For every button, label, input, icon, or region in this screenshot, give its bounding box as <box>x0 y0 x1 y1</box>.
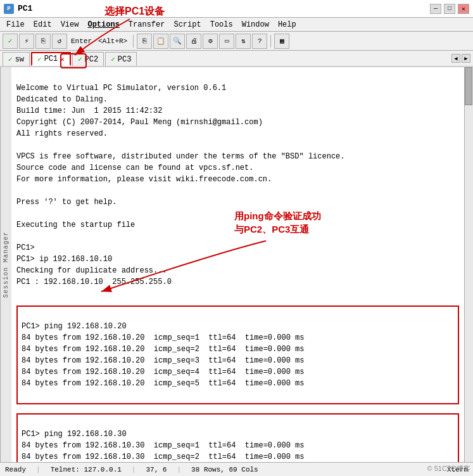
tab-prev[interactable]: ◀ <box>451 54 460 63</box>
tab-pc3-label: PC3 <box>118 55 132 64</box>
status-position: 37, 6 <box>146 466 167 473</box>
menu-tools[interactable]: Tools <box>206 19 237 30</box>
terminal-scroll[interactable]: Welcome to Virtual PC Simulator, version… <box>11 67 464 462</box>
menu-view[interactable]: View <box>57 19 83 30</box>
menu-bar: File Edit View Options Transfer Script T… <box>0 18 473 32</box>
ping20-r1: 84 bytes from 192.168.10.20 icmp_seq=1 t… <box>22 333 304 342</box>
scrollbar-track[interactable] <box>464 67 473 462</box>
ping20-cmd: PC1> ping 192.168.10.20 <box>22 322 127 331</box>
terminal-area: Welcome to Virtual PC Simulator, version… <box>11 67 464 462</box>
session-manager-label: Session Manager <box>3 231 9 298</box>
ping20-box: PC1> ping 192.168.10.20 84 bytes from 19… <box>16 306 459 404</box>
toolbar-settings[interactable]: ⚙ <box>203 34 218 49</box>
toolbar-question[interactable]: ? <box>252 34 267 49</box>
menu-edit[interactable]: Edit <box>30 19 56 30</box>
menu-file[interactable]: File <box>3 19 28 30</box>
minimize-button[interactable]: — <box>430 4 441 14</box>
welcome-line-1: Dedicated to Daling. <box>16 95 108 104</box>
ip-prompt1: PC1> <box>16 243 35 252</box>
tab-pc2-label: PC2 <box>85 55 99 64</box>
welcome-line-3: Copyright (C) 2007-2014, Paul Meng (mirn… <box>16 118 263 127</box>
ip-cmd: PC1> ip 192.168.10.10 <box>16 255 112 264</box>
tab-pc1-check: ✓ <box>37 55 42 63</box>
ping30-box: PC1> ping 192.168.10.30 84 bytes from 19… <box>16 413 459 462</box>
tab-pc3-check: ✓ <box>111 55 115 63</box>
welcome-line-6: Source code and license can be found at … <box>16 164 253 172</box>
welcome-line-0: Welcome to Virtual PC Simulator, version… <box>16 84 226 93</box>
tab-pc3[interactable]: ✓ PC3 <box>105 52 137 66</box>
status-telnet: Telnet: 127.0.0.1 <box>51 466 122 473</box>
welcome-line-8: Press '?' to get help. <box>16 198 117 207</box>
status-bar: Ready | Telnet: 127.0.0.1 | 37, 6 | 38 R… <box>0 462 473 476</box>
welcome-line-2: Build time: Jun 1 2015 11:42:32 <box>16 106 162 115</box>
app-icon: P <box>4 4 14 14</box>
tab-pc2[interactable]: ✓ PC2 <box>72 52 104 66</box>
close-button[interactable]: ✕ <box>458 4 469 14</box>
menu-options[interactable]: Options <box>84 19 123 30</box>
ping30-cmd: PC1> ping 192.168.10.30 <box>22 430 127 439</box>
tab-pc1-close[interactable]: ✕ <box>60 55 65 63</box>
toolbar-sep1 <box>133 35 134 48</box>
status-dimensions: 38 Rows, 69 Cols <box>191 466 258 473</box>
ping30-content: PC1> ping 192.168.10.30 84 bytes from 19… <box>22 417 454 462</box>
ping20-r4: 84 bytes from 192.168.10.20 icmp_seq=4 t… <box>22 368 304 376</box>
title-bar-left: P PC1 <box>4 4 32 14</box>
toolbar-grid[interactable]: ▦ <box>274 34 289 49</box>
welcome-line-9: Executing the startup file <box>16 221 135 229</box>
content-wrapper: Welcome to Virtual PC Simulator, version… <box>11 67 473 462</box>
toolbar-lightning[interactable]: ⚡ <box>19 34 34 49</box>
title-bar: P PC1 — □ ✕ <box>0 0 473 18</box>
tab-bar: ✓ sw ✓ PC1 ✕ ✓ PC2 ✓ PC3 ◀ ▶ <box>0 51 473 67</box>
welcome-line-4: All rights reserved. <box>16 129 108 138</box>
toolbar-find[interactable]: 🔍 <box>170 34 185 49</box>
toolbar-paste[interactable]: 📋 <box>153 34 168 49</box>
maximize-button[interactable]: □ <box>444 4 455 14</box>
toolbar-shortcut: <Alt+R> <box>96 37 130 45</box>
ping20-r3: 84 bytes from 192.168.10.20 icmp_seq=3 t… <box>22 356 304 365</box>
tab-sw[interactable]: ✓ sw <box>3 52 30 66</box>
tab-nav: ◀ ▶ <box>451 54 470 63</box>
welcome-line-5: VPCS is free software, distributed under… <box>16 152 344 161</box>
tab-pc1[interactable]: ✓ PC1 ✕ <box>31 52 71 66</box>
toolbar-transfer[interactable]: ⇅ <box>236 34 251 49</box>
session-manager-sidebar: Session Manager <box>0 67 11 462</box>
toolbar-refresh[interactable]: ↺ <box>52 34 67 49</box>
tab-sw-check: ✓ <box>8 55 13 63</box>
tab-sw-label: sw <box>15 55 24 64</box>
welcome-line-7: For more information, please visit wiki.… <box>16 175 272 184</box>
ping20-r5: 84 bytes from 192.168.10.20 icmp_seq=5 t… <box>22 379 304 388</box>
toolbar-enter-label: Enter <box>68 37 94 45</box>
toolbar-copy[interactable]: ⎘ <box>35 34 51 49</box>
watermark: © 51CTO博客 <box>427 464 470 473</box>
toolbar-sep2 <box>270 35 271 48</box>
ping20-r2: 84 bytes from 192.168.10.20 icmp_seq=2 t… <box>22 345 304 354</box>
tab-pc2-check: ✓ <box>78 55 82 63</box>
menu-script[interactable]: Script <box>170 19 205 30</box>
ip-checking: Checking for duplicate address... <box>16 266 167 275</box>
tab-pc1-label: PC1 <box>44 55 58 63</box>
status-ready: Ready <box>5 466 26 473</box>
menu-window[interactable]: Window <box>238 19 273 30</box>
window-title: PC1 <box>18 4 32 13</box>
tab-next[interactable]: ▶ <box>462 54 470 63</box>
scrollbar-thumb[interactable] <box>465 67 472 105</box>
ping30-r2: 84 bytes from 192.168.10.30 icmp_seq=2 t… <box>22 453 304 461</box>
title-bar-controls: — □ ✕ <box>430 4 469 14</box>
ping30-r1: 84 bytes from 192.168.10.30 icmp_seq=1 t… <box>22 441 304 450</box>
toolbar-check[interactable]: ✓ <box>3 34 18 49</box>
terminal-content: Welcome to Virtual PC Simulator, version… <box>11 67 464 303</box>
menu-transfer[interactable]: Transfer <box>125 19 169 30</box>
toolbar: ✓ ⚡ ⎘ ↺ Enter <Alt+R> ⎘ 📋 🔍 🖨 ⚙ ▭ ⇅ ? ▦ <box>0 32 473 51</box>
ping20-content: PC1> ping 192.168.10.20 84 bytes from 19… <box>22 309 454 401</box>
toolbar-box[interactable]: ▭ <box>219 34 234 49</box>
toolbar-copy2[interactable]: ⎘ <box>137 34 152 49</box>
toolbar-print[interactable]: 🖨 <box>186 34 201 49</box>
ip-result: PC1 : 192.168.10.10 255.255.255.0 <box>16 278 172 286</box>
menu-help[interactable]: Help <box>274 19 300 30</box>
